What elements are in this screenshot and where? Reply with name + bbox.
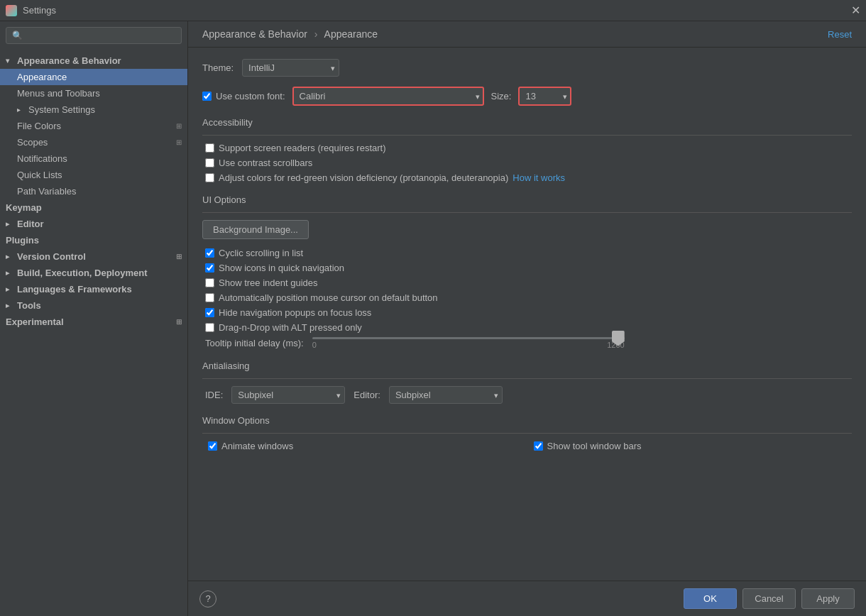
sidebar-item-label: Appearance <box>17 72 67 82</box>
sidebar-item-tools[interactable]: Tools <box>0 297 187 314</box>
expand-arrow-icon <box>17 106 26 114</box>
breadcrumb-separator: › <box>314 28 318 40</box>
content-area: Appearance & Behavior › Appearance Reset… <box>188 21 866 616</box>
auto-position-row: Automatically position mouse cursor on d… <box>202 292 852 303</box>
window-options-title: Window Options <box>202 415 852 426</box>
theme-label: Theme: <box>202 62 234 73</box>
sidebar-item-menus-toolbars[interactable]: Menus and Toolbars <box>0 85 187 101</box>
custom-font-checkbox-wrapper: Use custom font: <box>202 91 285 101</box>
bottom-bar: ? OK Cancel Apply <box>188 581 866 616</box>
breadcrumb-parent: Appearance & Behavior <box>202 28 307 40</box>
show-icons-label[interactable]: Show icons in quick navigation <box>219 263 344 273</box>
main-layout: 🔍 Appearance & Behavior Appearance Menus… <box>0 21 866 616</box>
custom-font-label[interactable]: Use custom font: <box>216 91 285 101</box>
sidebar-item-label: Quick Lists <box>17 170 62 180</box>
help-button[interactable]: ? <box>199 590 217 607</box>
editor-antialiasing-select[interactable]: Subpixel Greyscale No antialiasing <box>389 386 503 404</box>
sidebar-item-version-control[interactable]: Version Control ⊞ <box>0 248 187 265</box>
ide-antialiasing-select[interactable]: Subpixel Greyscale No antialiasing <box>231 386 345 404</box>
drag-n-drop-checkbox[interactable] <box>205 323 214 332</box>
theme-select[interactable]: IntelliJ Darcula High contrast Windows 1… <box>242 59 339 77</box>
sidebar-item-quick-lists[interactable]: Quick Lists <box>0 167 187 183</box>
sidebar: 🔍 Appearance & Behavior Appearance Menus… <box>0 21 188 616</box>
tooltip-slider[interactable] <box>312 337 625 339</box>
sidebar-item-label: Plugins <box>6 235 39 246</box>
apply-button[interactable]: Apply <box>801 588 855 609</box>
cyclic-scrolling-label[interactable]: Cyclic scrolling in list <box>219 248 303 258</box>
animate-windows-label[interactable]: Animate windows <box>221 441 293 451</box>
screen-readers-row: Support screen readers (requires restart… <box>202 143 852 153</box>
reset-link[interactable]: Reset <box>828 29 852 40</box>
custom-font-row: Use custom font: Calibri Arial Consolas … <box>202 87 852 106</box>
contrast-scrollbars-checkbox[interactable] <box>205 158 214 167</box>
screen-readers-checkbox[interactable] <box>205 143 214 153</box>
auto-position-label[interactable]: Automatically position mouse cursor on d… <box>219 292 438 303</box>
theme-dropdown-wrapper: IntelliJ Darcula High contrast Windows 1… <box>242 59 339 77</box>
screen-readers-label[interactable]: Support screen readers (requires restart… <box>219 143 386 153</box>
tree-indent-label[interactable]: Show tree indent guides <box>219 277 317 288</box>
show-icons-checkbox[interactable] <box>205 263 214 273</box>
custom-font-checkbox[interactable] <box>202 92 212 101</box>
cancel-button[interactable]: Cancel <box>742 588 796 609</box>
auto-position-checkbox[interactable] <box>205 293 214 302</box>
sidebar-item-scopes[interactable]: Scopes ⊞ <box>0 134 187 150</box>
antialiasing-title: Antialiasing <box>202 361 852 371</box>
sidebar-item-label: Tools <box>17 300 41 311</box>
cyclic-scrolling-checkbox[interactable] <box>205 248 214 258</box>
font-select[interactable]: Calibri Arial Consolas Courier New Segoe… <box>292 87 484 106</box>
sidebar-item-editor[interactable]: Editor <box>0 216 187 232</box>
search-box[interactable]: 🔍 <box>6 27 182 44</box>
sidebar-item-label: System Settings <box>28 104 95 115</box>
how-it-works-link[interactable]: How it works <box>513 172 565 183</box>
ui-options-title: UI Options <box>202 194 852 205</box>
close-button[interactable]: ✕ <box>851 5 860 16</box>
expand-arrow-icon <box>6 269 14 277</box>
size-select[interactable]: 10 11 12 13 14 16 18 <box>518 87 571 106</box>
copy-icon: ⊞ <box>176 318 182 326</box>
search-icon: 🔍 <box>12 31 23 40</box>
tree-indent-row: Show tree indent guides <box>202 277 852 288</box>
sidebar-item-file-colors[interactable]: File Colors ⊞ <box>0 118 187 134</box>
tree-indent-checkbox[interactable] <box>205 278 214 287</box>
sidebar-item-keymap[interactable]: Keymap <box>0 199 187 216</box>
sidebar-item-system-settings[interactable]: System Settings <box>0 101 187 118</box>
title-bar-left: Settings <box>6 5 56 16</box>
sidebar-item-label: Experimental <box>6 317 64 327</box>
sidebar-item-notifications[interactable]: Notifications <box>0 150 187 167</box>
red-green-checkbox[interactable] <box>205 173 214 182</box>
sidebar-item-label: Menus and Toolbars <box>17 88 100 99</box>
accessibility-title: Accessibility <box>202 117 852 128</box>
bottom-actions: OK Cancel Apply <box>684 588 855 609</box>
copy-icon: ⊞ <box>176 253 182 260</box>
sidebar-item-label: Scopes <box>17 137 48 148</box>
sidebar-item-build-execution[interactable]: Build, Execution, Deployment <box>0 265 187 281</box>
sidebar-item-experimental[interactable]: Experimental ⊞ <box>0 314 187 330</box>
editor-dropdown-wrapper: Subpixel Greyscale No antialiasing <box>389 386 503 404</box>
sidebar-item-appearance-behavior[interactable]: Appearance & Behavior <box>0 53 187 69</box>
animate-windows-checkbox[interactable] <box>208 441 217 451</box>
sidebar-item-languages-frameworks[interactable]: Languages & Frameworks <box>0 281 187 297</box>
accessibility-divider <box>202 135 852 136</box>
sidebar-item-appearance[interactable]: Appearance <box>0 69 187 85</box>
copy-icon: ⊞ <box>176 138 182 146</box>
ok-button[interactable]: OK <box>684 588 737 609</box>
font-dropdown-wrapper: Calibri Arial Consolas Courier New Segoe… <box>292 87 484 106</box>
window-options-divider <box>202 433 852 434</box>
content-header: Appearance & Behavior › Appearance Reset <box>188 21 866 48</box>
show-tool-window-bars-label[interactable]: Show tool window bars <box>547 441 642 451</box>
contrast-scrollbars-label[interactable]: Use contrast scrollbars <box>219 158 312 168</box>
hide-nav-popups-label[interactable]: Hide navigation popups on focus loss <box>219 307 371 318</box>
sidebar-item-label: Keymap <box>6 202 42 213</box>
search-input[interactable] <box>26 31 175 40</box>
hide-nav-popups-checkbox[interactable] <box>205 308 214 317</box>
ui-options-divider <box>202 212 852 213</box>
red-green-label[interactable]: Adjust colors for red-green vision defic… <box>219 172 508 183</box>
sidebar-item-plugins[interactable]: Plugins <box>0 232 187 248</box>
antialiasing-section: Antialiasing IDE: Subpixel Greyscale No … <box>202 361 852 404</box>
show-tool-window-bars-checkbox[interactable] <box>534 441 543 451</box>
contrast-scrollbars-row: Use contrast scrollbars <box>202 158 852 168</box>
breadcrumb: Appearance & Behavior › Appearance <box>202 28 378 40</box>
background-image-button[interactable]: Background Image... <box>202 220 309 239</box>
sidebar-item-path-variables[interactable]: Path Variables <box>0 183 187 199</box>
show-icons-row: Show icons in quick navigation <box>202 263 852 273</box>
